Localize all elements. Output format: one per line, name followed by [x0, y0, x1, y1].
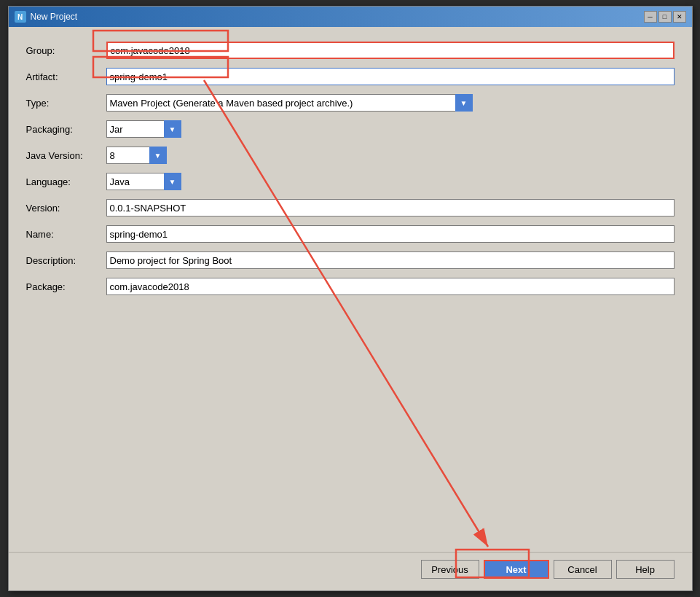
cancel-button[interactable]: Cancel: [554, 560, 612, 579]
help-button[interactable]: Help: [616, 560, 675, 579]
language-dropdown-button[interactable]: ▼: [164, 173, 181, 190]
title-bar-left: N New Project: [15, 11, 78, 23]
group-input[interactable]: [106, 42, 675, 59]
java-dropdown-button[interactable]: ▼: [149, 147, 167, 164]
type-select[interactable]: Maven Project (Generate a Maven based pr…: [106, 94, 456, 112]
spacer: [26, 304, 675, 537]
language-select-wrapper: Java Kotlin Groovy ▼: [106, 173, 181, 190]
name-input[interactable]: [106, 225, 675, 243]
version-input[interactable]: [106, 199, 675, 216]
language-label: Language:: [26, 176, 106, 187]
maximize-button[interactable]: □: [658, 11, 672, 23]
java-version-row: Java Version: 8 11 17 ▼: [26, 147, 675, 164]
minimize-button[interactable]: ─: [644, 11, 657, 23]
window-controls: ─ □ ✕: [644, 11, 686, 23]
type-row: Type: Maven Project (Generate a Maven ba…: [26, 94, 675, 112]
close-button[interactable]: ✕: [673, 11, 686, 23]
button-row: Previous Next Cancel Help: [9, 552, 692, 590]
next-button[interactable]: Next: [484, 560, 549, 579]
version-row: Version:: [26, 199, 675, 216]
java-version-select[interactable]: 8 11 17: [106, 147, 150, 164]
package-row: Package:: [26, 278, 675, 295]
package-input[interactable]: [106, 278, 675, 295]
dialog-icon: N: [15, 11, 26, 23]
artifact-label: Artifact:: [26, 71, 106, 82]
package-label: Package:: [26, 281, 106, 292]
description-row: Description:: [26, 251, 675, 269]
dialog-content: Group: Artifact: Type: Maven Project (Ge…: [9, 27, 692, 552]
type-label: Type:: [26, 98, 106, 109]
group-label: Group:: [26, 45, 106, 56]
version-label: Version:: [26, 203, 106, 214]
dialog-title: New Project: [31, 12, 78, 22]
java-select-wrapper: 8 11 17 ▼: [106, 147, 167, 164]
packaging-row: Packaging: Jar War ▼: [26, 120, 675, 138]
name-label: Name:: [26, 229, 106, 240]
title-bar: N New Project ─ □ ✕: [9, 7, 692, 27]
previous-button[interactable]: Previous: [421, 560, 479, 579]
description-input[interactable]: [106, 251, 675, 269]
group-row: Group:: [26, 42, 675, 59]
description-label: Description:: [26, 255, 106, 266]
artifact-input[interactable]: [106, 68, 675, 85]
packaging-label: Packaging:: [26, 124, 106, 135]
type-dropdown-button[interactable]: ▼: [455, 94, 473, 112]
packaging-dropdown-button[interactable]: ▼: [164, 120, 181, 138]
type-select-wrapper: Maven Project (Generate a Maven based pr…: [106, 94, 473, 112]
name-row: Name:: [26, 225, 675, 243]
packaging-select-wrapper: Jar War ▼: [106, 120, 181, 138]
new-project-dialog: N New Project ─ □ ✕ Group: Artifact:: [8, 6, 693, 591]
language-row: Language: Java Kotlin Groovy ▼: [26, 173, 675, 190]
packaging-select[interactable]: Jar War: [106, 120, 165, 138]
artifact-row: Artifact:: [26, 68, 675, 85]
java-version-label: Java Version:: [26, 150, 106, 161]
language-select[interactable]: Java Kotlin Groovy: [106, 173, 165, 190]
